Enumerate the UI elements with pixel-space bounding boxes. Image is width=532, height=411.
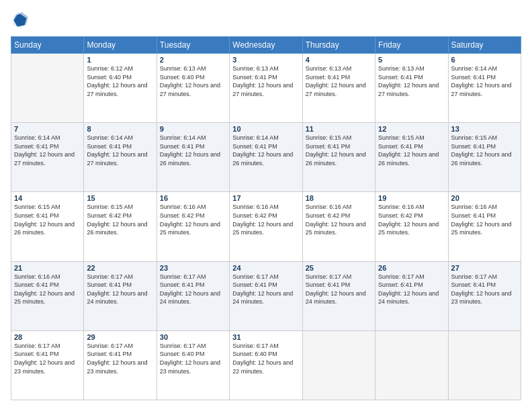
calendar-day-cell: 11Sunrise: 6:15 AMSunset: 6:41 PMDayligh… [302,123,375,192]
day-number: 21 [14,264,81,272]
calendar-day-cell: 30Sunrise: 6:17 AMSunset: 6:40 PMDayligh… [157,330,229,400]
day-number: 11 [306,125,372,133]
calendar-day-cell: 25Sunrise: 6:17 AMSunset: 6:41 PMDayligh… [302,261,375,330]
day-number: 27 [451,264,518,272]
day-info: Sunrise: 6:17 AMSunset: 6:41 PMDaylight:… [306,273,372,306]
calendar-day-cell: 5Sunrise: 6:13 AMSunset: 6:41 PMDaylight… [375,54,448,123]
calendar-week-row: 1Sunrise: 6:12 AMSunset: 6:40 PMDaylight… [11,54,521,123]
day-number: 4 [306,56,372,64]
day-number: 28 [14,333,81,341]
calendar-day-cell: 29Sunrise: 6:17 AMSunset: 6:41 PMDayligh… [84,330,157,400]
day-number: 29 [87,333,153,341]
calendar-day-cell: 18Sunrise: 6:16 AMSunset: 6:42 PMDayligh… [302,192,375,261]
day-number: 26 [378,264,445,272]
day-info: Sunrise: 6:12 AMSunset: 6:40 PMDaylight:… [87,64,153,98]
day-info: Sunrise: 6:15 AMSunset: 6:42 PMDaylight:… [87,203,153,236]
calendar-day-cell: 8Sunrise: 6:14 AMSunset: 6:41 PMDaylight… [84,123,157,192]
calendar-day-cell: 24Sunrise: 6:17 AMSunset: 6:41 PMDayligh… [230,261,302,330]
day-info: Sunrise: 6:16 AMSunset: 6:42 PMDaylight:… [306,203,372,236]
day-number: 5 [378,56,445,64]
day-info: Sunrise: 6:16 AMSunset: 6:42 PMDaylight:… [378,203,445,236]
day-info: Sunrise: 6:14 AMSunset: 6:41 PMDaylight:… [451,64,518,98]
day-info: Sunrise: 6:15 AMSunset: 6:41 PMDaylight:… [451,134,518,167]
day-number: 18 [306,194,372,202]
calendar-day-cell [375,330,448,400]
header-sunday: Sunday [11,37,84,54]
day-info: Sunrise: 6:17 AMSunset: 6:40 PMDaylight:… [160,342,226,375]
header-saturday: Saturday [448,37,521,54]
header-monday: Monday [84,37,157,54]
day-number: 15 [87,194,153,202]
day-info: Sunrise: 6:17 AMSunset: 6:41 PMDaylight:… [87,342,153,375]
day-number: 30 [160,333,226,341]
day-info: Sunrise: 6:14 AMSunset: 6:41 PMDaylight:… [14,134,81,167]
calendar-day-cell: 4Sunrise: 6:13 AMSunset: 6:41 PMDaylight… [302,54,375,123]
day-number: 14 [14,194,81,202]
day-info: Sunrise: 6:17 AMSunset: 6:41 PMDaylight:… [451,273,518,306]
calendar-day-cell: 17Sunrise: 6:16 AMSunset: 6:42 PMDayligh… [230,192,302,261]
calendar-day-cell: 27Sunrise: 6:17 AMSunset: 6:41 PMDayligh… [448,261,521,330]
calendar-table: Sunday Monday Tuesday Wednesday Thursday… [11,36,521,400]
day-info: Sunrise: 6:17 AMSunset: 6:41 PMDaylight:… [378,273,445,306]
day-number: 24 [232,264,299,272]
calendar-day-cell: 6Sunrise: 6:14 AMSunset: 6:41 PMDaylight… [448,54,521,123]
calendar-day-cell: 23Sunrise: 6:17 AMSunset: 6:41 PMDayligh… [157,261,229,330]
header-tuesday: Tuesday [157,37,229,54]
day-number: 17 [232,194,299,202]
calendar-day-cell: 14Sunrise: 6:15 AMSunset: 6:41 PMDayligh… [11,192,84,261]
calendar-day-cell: 3Sunrise: 6:13 AMSunset: 6:41 PMDaylight… [230,54,302,123]
day-number: 22 [87,264,153,272]
calendar-day-cell: 13Sunrise: 6:15 AMSunset: 6:41 PMDayligh… [448,123,521,192]
day-number: 25 [306,264,372,272]
calendar-day-cell: 28Sunrise: 6:17 AMSunset: 6:41 PMDayligh… [11,330,84,400]
calendar-day-cell [448,330,521,400]
logo [11,11,32,30]
logo-icon [11,11,30,30]
day-number: 31 [232,333,299,341]
day-info: Sunrise: 6:14 AMSunset: 6:41 PMDaylight:… [232,134,299,167]
header-thursday: Thursday [302,37,375,54]
day-info: Sunrise: 6:13 AMSunset: 6:41 PMDaylight:… [378,64,445,98]
day-info: Sunrise: 6:15 AMSunset: 6:41 PMDaylight:… [378,134,445,167]
day-number: 2 [160,56,226,64]
calendar-day-cell: 31Sunrise: 6:17 AMSunset: 6:40 PMDayligh… [230,330,302,400]
calendar-day-cell: 12Sunrise: 6:15 AMSunset: 6:41 PMDayligh… [375,123,448,192]
calendar-day-cell: 19Sunrise: 6:16 AMSunset: 6:42 PMDayligh… [375,192,448,261]
calendar-day-cell: 16Sunrise: 6:16 AMSunset: 6:42 PMDayligh… [157,192,229,261]
header [11,11,521,30]
calendar-day-cell: 26Sunrise: 6:17 AMSunset: 6:41 PMDayligh… [375,261,448,330]
day-number: 1 [87,56,153,64]
calendar-day-cell [11,54,84,123]
header-wednesday: Wednesday [230,37,302,54]
day-number: 13 [451,125,518,133]
day-info: Sunrise: 6:14 AMSunset: 6:41 PMDaylight:… [87,134,153,167]
calendar-day-cell [302,330,375,400]
calendar-week-row: 28Sunrise: 6:17 AMSunset: 6:41 PMDayligh… [11,330,521,400]
day-number: 3 [232,56,299,64]
calendar-day-cell: 10Sunrise: 6:14 AMSunset: 6:41 PMDayligh… [230,123,302,192]
calendar-day-cell: 9Sunrise: 6:14 AMSunset: 6:41 PMDaylight… [157,123,229,192]
day-info: Sunrise: 6:13 AMSunset: 6:40 PMDaylight:… [160,64,226,98]
day-info: Sunrise: 6:14 AMSunset: 6:41 PMDaylight:… [160,134,226,167]
day-info: Sunrise: 6:16 AMSunset: 6:41 PMDaylight:… [14,273,81,306]
day-number: 7 [14,125,81,133]
day-info: Sunrise: 6:16 AMSunset: 6:42 PMDaylight:… [160,203,226,236]
day-info: Sunrise: 6:17 AMSunset: 6:41 PMDaylight:… [160,273,226,306]
calendar-week-row: 14Sunrise: 6:15 AMSunset: 6:41 PMDayligh… [11,192,521,261]
calendar-week-row: 21Sunrise: 6:16 AMSunset: 6:41 PMDayligh… [11,261,521,330]
day-info: Sunrise: 6:16 AMSunset: 6:41 PMDaylight:… [451,203,518,236]
day-info: Sunrise: 6:13 AMSunset: 6:41 PMDaylight:… [306,64,372,98]
day-info: Sunrise: 6:17 AMSunset: 6:41 PMDaylight:… [232,273,299,306]
day-info: Sunrise: 6:15 AMSunset: 6:41 PMDaylight:… [306,134,372,167]
calendar-day-cell: 7Sunrise: 6:14 AMSunset: 6:41 PMDaylight… [11,123,84,192]
calendar-week-row: 7Sunrise: 6:14 AMSunset: 6:41 PMDaylight… [11,123,521,192]
day-number: 9 [160,125,226,133]
day-info: Sunrise: 6:17 AMSunset: 6:40 PMDaylight:… [232,342,299,375]
calendar-day-cell: 20Sunrise: 6:16 AMSunset: 6:41 PMDayligh… [448,192,521,261]
day-info: Sunrise: 6:17 AMSunset: 6:41 PMDaylight:… [14,342,81,375]
day-number: 23 [160,264,226,272]
weekday-header-row: Sunday Monday Tuesday Wednesday Thursday… [11,37,521,54]
header-friday: Friday [375,37,448,54]
day-number: 20 [451,194,518,202]
day-number: 19 [378,194,445,202]
